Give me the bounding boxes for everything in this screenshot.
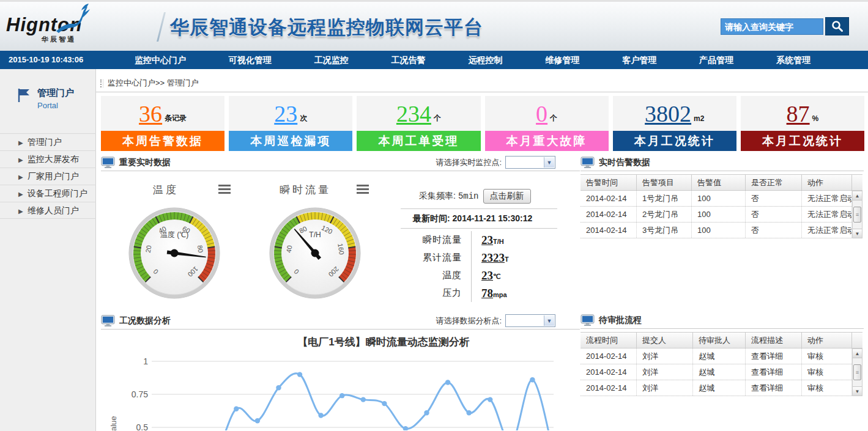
sidebar-item-设备工程师门户[interactable]: ▶设备工程师门户 <box>0 185 96 202</box>
table-cell: 否 <box>746 207 802 222</box>
gauge-title-temperature: 温度 <box>153 183 179 197</box>
monitor-icon <box>101 315 115 327</box>
stat-unit: 个 <box>550 113 557 123</box>
readout-label: 温度 <box>379 270 471 281</box>
table-cell: 查看详细 <box>746 348 802 364</box>
scroll-up-icon[interactable]: ▲ <box>853 349 862 358</box>
stat-unit: % <box>812 114 819 123</box>
divider <box>96 92 868 92</box>
scroll-up-icon[interactable]: ▲ <box>853 191 862 201</box>
analysis-point-select[interactable]: ▼ <box>505 314 555 327</box>
nav-item-工况告警[interactable]: 工况告警 <box>391 51 426 69</box>
table-scrollbar[interactable]: ▲≡▼ <box>852 348 862 396</box>
breadcrumb-text: 监控中心门户>> 管理门户 <box>108 78 199 89</box>
analysis-select-label: 请选择数据分析点: <box>436 315 502 326</box>
nav-item-可视化管理[interactable]: 可视化管理 <box>229 51 272 69</box>
antelope-logo-icon <box>54 3 93 35</box>
stats-row: 36条记录本周告警数据23次本周巡检漏项234个本周工单受理0个本月重大故障38… <box>101 96 864 151</box>
nav-item-远程控制[interactable]: 远程控制 <box>468 51 502 69</box>
table-row[interactable]: 2014-02-14刘洋赵城查看详细审核 <box>581 364 862 380</box>
sidebar-item-label: 维修人员门户 <box>28 205 79 215</box>
hamburger-menu-icon[interactable] <box>218 185 231 194</box>
stat-number: 0 <box>536 102 547 125</box>
table-row[interactable]: 2014-02-143号龙门吊100否无法正常启动 <box>581 223 862 238</box>
table-cell: 2014-02-14 <box>581 191 637 206</box>
nav-item-工况监控[interactable]: 工况监控 <box>314 51 349 69</box>
sidebar-item-管理门户[interactable]: ▶管理门户 <box>0 133 96 150</box>
page-title: 华辰智通设备远程监控物联网云平台 <box>170 15 483 40</box>
flow-line-chart: 10.750.5【电厂1号线】瞬时流量动态监测分析value <box>101 331 580 430</box>
divider <box>401 228 557 229</box>
scroll-down-icon[interactable]: ▼ <box>853 386 862 396</box>
svg-text:0.5: 0.5 <box>136 422 149 430</box>
readout-row: 瞬时流量23T/H <box>379 231 563 249</box>
svg-text:【电厂1号线】瞬时流量动态监测分析: 【电厂1号线】瞬时流量动态监测分析 <box>297 336 469 348</box>
column-header: 流程时间 <box>581 333 637 348</box>
stat-value-area[interactable]: 23次 <box>229 96 352 131</box>
column-header: 告警项目 <box>637 175 692 190</box>
table-body: 2014-02-14刘洋赵城查看详细审核2014-02-14刘洋赵城查看详细审核… <box>581 348 862 396</box>
table-scrollbar[interactable]: ▲≡▼ <box>852 191 862 238</box>
nav-item-维修管理[interactable]: 维修管理 <box>545 51 579 69</box>
stat-card-本月工况统计: 87%本月工况统计 <box>741 96 864 151</box>
table-cell: 刘洋 <box>637 364 693 380</box>
logo-subtext: 华辰智通 <box>42 35 159 44</box>
readout-number: 23 <box>481 234 493 247</box>
column-header: 流程描述 <box>746 333 802 348</box>
table-row[interactable]: 2014-02-14刘洋赵城查看详细审核 <box>581 380 862 396</box>
readout-value: 78mpa <box>471 284 507 302</box>
nav-item-产品管理[interactable]: 产品管理 <box>699 51 733 69</box>
approval-block: 待审批流程 流程时间提交人待审批人流程描述动作2014-02-14刘洋赵城查看详… <box>581 312 864 396</box>
stat-value-area[interactable]: 87% <box>741 96 864 131</box>
scroll-thumb[interactable]: ≡ <box>853 207 861 223</box>
sidebar-item-厂家用户门户[interactable]: ▶厂家用户门户 <box>0 168 96 185</box>
stat-number: 36 <box>139 102 162 125</box>
stat-label-bar: 本周工单受理 <box>357 131 480 151</box>
sidebar: 管理门户 Portal ▶管理门户▶监控大屏发布▶厂家用户门户▶设备工程师门户▶… <box>0 69 96 431</box>
stat-value-area[interactable]: 3802m2 <box>613 96 736 131</box>
stat-value-area[interactable]: 36条记录 <box>101 96 224 131</box>
table-header-row: 流程时间提交人待审批人流程描述动作 <box>581 332 862 348</box>
search-input[interactable] <box>721 18 823 35</box>
table-cell: 查看详细 <box>746 380 802 396</box>
scroll-down-icon[interactable]: ▼ <box>853 229 862 238</box>
approval-table: 流程时间提交人待审批人流程描述动作2014-02-14刘洋赵城查看详细审核201… <box>581 332 862 396</box>
stat-label-bar: 本月重大故障 <box>485 131 609 151</box>
nav-item-客户管理[interactable]: 客户管理 <box>622 51 656 69</box>
table-row[interactable]: 2014-02-14刘洋赵城查看详细审核 <box>581 348 862 364</box>
stat-card-本月工况统计: 3802m2本月工况统计 <box>613 96 736 151</box>
table-row[interactable]: 2014-02-142号龙门吊100否无法正常启动 <box>581 207 862 223</box>
table-cell: 无法正常启动 <box>802 223 852 238</box>
nav-item-监控中心门户[interactable]: 监控中心门户 <box>135 51 186 69</box>
column-header: 动作 <box>802 333 852 348</box>
sidebar-item-监控大屏发布[interactable]: ▶监控大屏发布 <box>0 150 96 168</box>
stat-value-area[interactable]: 234个 <box>357 96 480 131</box>
svg-text:1: 1 <box>143 356 148 366</box>
nav-items: 监控中心门户可视化管理工况监控工况告警远程控制维修管理客户管理产品管理系统管理 <box>113 51 832 69</box>
readout-unit: T <box>505 256 509 263</box>
readout-number: 23 <box>481 269 493 282</box>
stat-card-本周巡检漏项: 23次本周巡检漏项 <box>229 96 352 151</box>
sidebar-item-维修人员门户[interactable]: ▶维修人员门户 <box>0 202 96 219</box>
freq-value: 5min <box>458 191 479 201</box>
stat-unit: 条记录 <box>165 113 187 123</box>
latest-time-value: 2014-11-21 15:30:12 <box>453 213 533 223</box>
nav-item-系统管理[interactable]: 系统管理 <box>776 51 811 69</box>
section-title-alarm: 实时告警数据 <box>599 157 650 168</box>
sidebar-item-label: 管理门户 <box>28 137 62 147</box>
table-cell: 2014-02-14 <box>581 380 637 396</box>
divider <box>401 208 557 209</box>
analysis-panel: 工况数据分析 请选择数据分析点: ▼ 10.750.5【电厂1号线】瞬时流量动态… <box>101 312 580 431</box>
refresh-button[interactable]: 点击刷新 <box>483 189 531 204</box>
scroll-thumb[interactable]: ≡ <box>853 364 861 380</box>
stat-value-area[interactable]: 0个 <box>485 96 609 131</box>
flow-gauge: 04080120160200T/H <box>269 207 362 300</box>
search-button[interactable] <box>825 17 849 35</box>
readout-value: 2323T <box>471 249 509 267</box>
monitor-icon <box>581 157 595 169</box>
table-row[interactable]: 2014-02-141号龙门吊100否无法正常启动 <box>581 191 862 207</box>
hamburger-menu-icon[interactable] <box>357 185 369 194</box>
table-cell: 查看详细 <box>746 364 802 380</box>
monitor-point-select[interactable]: ▼ <box>505 156 555 169</box>
stat-card-本月重大故障: 0个本月重大故障 <box>485 96 609 151</box>
